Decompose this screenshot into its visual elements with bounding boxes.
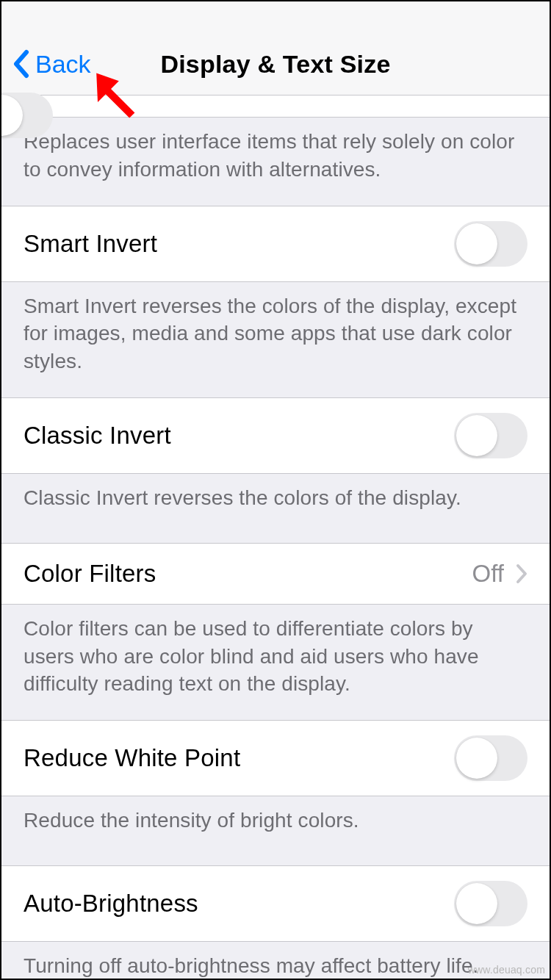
auto-brightness-label: Auto-Brightness [24,890,198,918]
reduce-white-point-row[interactable]: Reduce White Point [1,720,550,796]
back-label: Back [35,50,91,79]
previous-setting-footer: Replaces user interface items that rely … [1,118,550,206]
auto-brightness-row[interactable]: Auto-Brightness [1,865,550,942]
chevron-left-icon [12,49,29,79]
classic-invert-toggle[interactable] [454,413,527,458]
reduce-white-point-toggle[interactable] [454,735,527,781]
page-title: Display & Text Size [160,50,390,79]
smart-invert-toggle[interactable] [454,221,527,267]
navigation-bar: Back Display & Text Size [1,1,550,96]
color-filters-right: Off [472,560,527,588]
color-filters-row[interactable]: Color Filters Off [1,543,550,605]
color-filters-footer: Color filters can be used to differentia… [1,605,550,720]
smart-invert-row[interactable]: Smart Invert [1,206,550,282]
smart-invert-footer: Smart Invert reverses the colors of the … [1,282,550,397]
chevron-right-icon [516,563,527,584]
classic-invert-label: Classic Invert [24,422,171,450]
previous-setting-row[interactable] [1,96,550,118]
previous-setting-toggle[interactable] [0,93,53,138]
auto-brightness-toggle[interactable] [454,881,527,926]
watermark: www.deuaq.com [468,964,545,976]
reduce-white-point-footer: Reduce the intensity of bright colors. [1,796,550,865]
color-filters-value: Off [472,560,504,588]
classic-invert-footer: Classic Invert reverses the colors of th… [1,474,550,543]
back-button[interactable]: Back [12,49,91,79]
color-filters-label: Color Filters [24,560,156,588]
reduce-white-point-label: Reduce White Point [24,744,240,772]
classic-invert-row[interactable]: Classic Invert [1,397,550,474]
smart-invert-label: Smart Invert [24,230,157,258]
